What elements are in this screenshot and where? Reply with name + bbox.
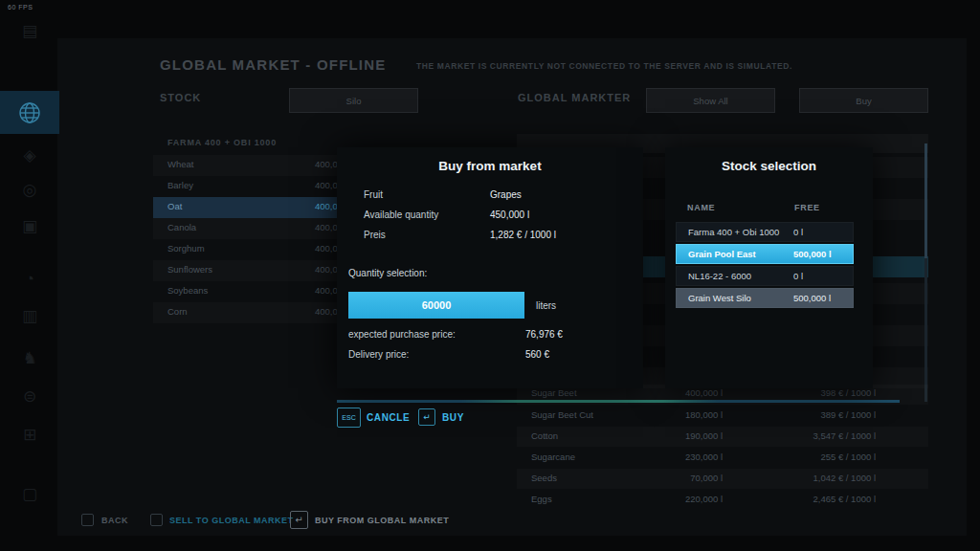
- back-key-badge: [81, 514, 94, 526]
- global-market-icon: [17, 100, 42, 125]
- stock-row[interactable]: Corn: [167, 306, 188, 317]
- stock-row[interactable]: Soybeans: [167, 285, 208, 296]
- silo-free: 0 l: [793, 227, 853, 237]
- market-row-price: 3,547 € / 1000 l: [742, 430, 876, 441]
- steering-wheel-icon[interactable]: ◎: [0, 180, 59, 200]
- market-row-price: 389 € / 1000 l: [742, 409, 876, 420]
- market-section-label: GLOBAL MARKTER: [518, 92, 631, 103]
- back-button[interactable]: BACK: [101, 516, 128, 525]
- vehicles-icon[interactable]: ⊞: [0, 425, 59, 445]
- stock-row-qty: 400,000 l: [230, 222, 352, 232]
- silo-option-row-selected[interactable]: Grain Pool East 500,000 l: [676, 244, 854, 264]
- page-title: GLOBAL MARKET - OFFLINE: [160, 56, 386, 73]
- silo-name: Grain Pool East: [688, 249, 793, 259]
- expected-price-value: 76,976 €: [525, 329, 563, 340]
- stock-row-qty: 400,000 l: [230, 243, 352, 253]
- cancel-button[interactable]: CANCLE: [367, 412, 410, 423]
- silo-option-row[interactable]: Grain West Silo 500,000 l: [676, 288, 854, 308]
- stock-dialog-title: Stock selection: [665, 159, 873, 173]
- market-row[interactable]: Seeds: [531, 473, 557, 483]
- market-row[interactable]: Sugarcane: [531, 452, 575, 462]
- stock-row[interactable]: Barley: [167, 180, 193, 190]
- stock-row[interactable]: Sorghum: [167, 243, 205, 253]
- silo-option-row[interactable]: Farma 400 + Obi 1000 0 l: [676, 222, 854, 242]
- market-row-qty: 190,000 l: [589, 430, 723, 441]
- stock-row-selected[interactable]: Oat: [167, 201, 182, 211]
- stock-row[interactable]: Wheat: [167, 159, 193, 169]
- unit-label: liters: [536, 300, 556, 311]
- statistics-icon[interactable]: ▥: [0, 306, 59, 326]
- market-row-qty: 230,000 l: [589, 452, 723, 462]
- stock-table-header: FARMA 400 + OBI 1000: [167, 138, 277, 147]
- stock-selection-dialog: Stock selection NAME FREE Farma 400 + Ob…: [665, 147, 873, 388]
- storage-icon[interactable]: ▢: [0, 484, 59, 504]
- global-market-screen: 60 FPS ▤ ◈ ◎ ▣ ◔ ▥ ♞ ⊜ ⊞ ▢ GLOBAL MARKET…: [0, 0, 980, 551]
- stock-row-qty: 400,000 l: [230, 159, 352, 169]
- silo-name: NL16-22 - 6000: [688, 271, 793, 281]
- screen-icon[interactable]: ▣: [0, 216, 59, 236]
- buy-button[interactable]: BUY: [442, 412, 464, 423]
- stock-section-label: STOCK: [160, 92, 201, 103]
- available-quantity-value: 450,000 l: [490, 209, 529, 220]
- market-row-price: 1,042 € / 1000 l: [742, 473, 876, 483]
- available-quantity-label: Available quantity: [364, 209, 438, 220]
- silo-filter-button[interactable]: Silo: [289, 88, 418, 113]
- stock-row-qty: 400,000 l: [230, 306, 352, 317]
- market-row-qty: 220,000 l: [589, 494, 723, 504]
- price-value: 1,282 € / 1000 l: [490, 230, 556, 240]
- market-scrollbar-thumb[interactable]: [924, 143, 927, 258]
- buy-filter-button[interactable]: Buy: [799, 88, 928, 113]
- market-row-qty: 180,000 l: [589, 409, 723, 420]
- market-row-qty: 70,000 l: [589, 473, 723, 483]
- table-scroll-divider: [337, 400, 900, 403]
- sell-key-badge: [150, 514, 163, 526]
- stock-row[interactable]: Sunflowers: [167, 264, 212, 275]
- fruit-value: Grapes: [490, 189, 522, 200]
- market-row[interactable]: Eggs: [531, 494, 552, 504]
- stock-row-qty: 400,000 l: [230, 285, 352, 296]
- market-row-qty: 400,000 l: [589, 387, 723, 398]
- market-row-price: 2,465 € / 1000 l: [742, 494, 876, 504]
- name-column-header: NAME: [687, 203, 715, 212]
- silo-free: 500,000 l: [793, 293, 853, 303]
- fruit-label: Fruit: [364, 189, 383, 200]
- market-row[interactable]: Sugar Beet: [531, 387, 577, 398]
- enter-key-badge-buy: ↵: [418, 408, 435, 426]
- menu-icon[interactable]: ▤: [0, 21, 59, 41]
- free-column-header: FREE: [794, 203, 820, 212]
- hand-icon[interactable]: ◔: [0, 270, 59, 289]
- esc-key-badge: ESC: [337, 408, 361, 428]
- finances-icon[interactable]: ⊜: [0, 386, 59, 407]
- silo-name: Grain West Silo: [688, 293, 793, 303]
- fps-counter: 60 FPS: [8, 4, 33, 11]
- silo-free: 500,000 l: [793, 249, 853, 259]
- stock-row[interactable]: Canola: [167, 222, 196, 232]
- quantity-selection-label: Quantity selection:: [348, 268, 427, 278]
- enter-key-badge: ↵: [290, 511, 308, 529]
- market-row[interactable]: Cotton: [531, 430, 558, 441]
- sell-to-global-market-button[interactable]: SELL TO GLOBAL MARKET: [169, 516, 294, 525]
- price-label: Preis: [364, 230, 386, 240]
- sidebar-item-global-market[interactable]: [0, 91, 59, 134]
- market-row-price: 255 € / 1000 l: [742, 452, 876, 462]
- silo-name: Farma 400 + Obi 1000: [688, 227, 793, 237]
- expected-price-label: expected purchase price:: [348, 329, 456, 340]
- buy-dialog-title: Buy from market: [337, 159, 643, 173]
- silo-option-row[interactable]: NL16-22 - 6000 0 l: [676, 266, 854, 286]
- market-row-price: 398 € / 1000 l: [742, 387, 876, 398]
- shield-icon[interactable]: ◈: [0, 145, 59, 165]
- buy-from-global-market-button[interactable]: BUY FROM GLOBAL MARKET: [315, 516, 449, 525]
- stock-row-qty: 400,000 l: [230, 201, 352, 211]
- market-row[interactable]: Sugar Beet Cut: [531, 409, 593, 420]
- stock-row-qty: 400,000 l: [230, 264, 352, 275]
- animals-icon[interactable]: ♞: [0, 348, 59, 368]
- stock-row-qty: 400,000 l: [230, 180, 352, 190]
- silo-free: 0 l: [793, 271, 853, 281]
- delivery-price-label: Delivery price:: [348, 349, 409, 360]
- show-all-button[interactable]: Show All: [646, 88, 775, 113]
- buy-from-market-dialog: Buy from market Fruit Grapes Available q…: [337, 147, 643, 388]
- offline-notice: THE MARKET IS CURRENTLY NOT CONNECTED TO…: [416, 61, 792, 71]
- quantity-input[interactable]: 60000: [348, 292, 524, 319]
- delivery-price-value: 560 €: [525, 349, 549, 360]
